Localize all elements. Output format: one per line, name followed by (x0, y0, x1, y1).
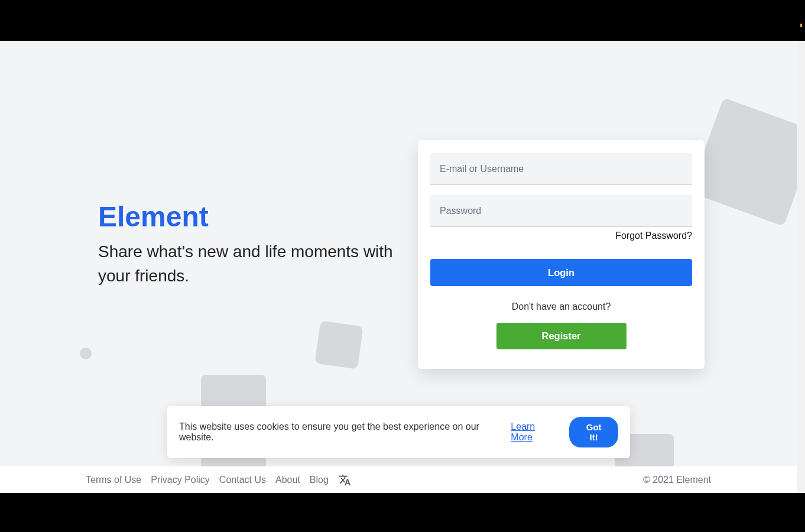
email-username-input[interactable] (430, 153, 692, 185)
footer-link-terms[interactable]: Terms of Use (86, 475, 141, 485)
deco-square (689, 98, 797, 226)
login-card: Forgot Password? Login Don't have an acc… (418, 140, 705, 369)
password-input[interactable] (430, 195, 692, 227)
brand-subtitle: Share what's new and life moments with y… (98, 240, 394, 288)
language-icon[interactable] (338, 473, 351, 486)
login-button[interactable]: Login (430, 259, 692, 286)
deco-square (314, 320, 363, 369)
letterbox-top (0, 0, 805, 41)
scrollbar-track[interactable] (797, 41, 805, 493)
brand-title: Element (98, 200, 394, 233)
footer: Terms of Use Privacy Policy Contact Us A… (0, 466, 797, 493)
forgot-password-link[interactable]: Forgot Password? (615, 231, 692, 241)
footer-link-privacy[interactable]: Privacy Policy (151, 475, 210, 485)
copyright-text: © 2021 Element (643, 475, 711, 485)
cookie-text: This website uses cookies to ensure you … (179, 421, 505, 443)
cookie-accept-button[interactable]: Got It! (569, 417, 618, 447)
no-account-text: Don't have an account? (430, 301, 692, 312)
footer-link-about[interactable]: About (275, 475, 300, 485)
forgot-row: Forgot Password? (430, 231, 692, 241)
deco-circle (80, 348, 92, 359)
footer-links: Terms of Use Privacy Policy Contact Us A… (86, 473, 351, 486)
footer-link-contact[interactable]: Contact Us (219, 475, 266, 485)
scroll-marker (800, 24, 802, 27)
letterbox-bottom (0, 493, 805, 532)
hero: Element Share what's new and life moment… (98, 200, 394, 288)
register-button[interactable]: Register (496, 323, 627, 349)
cookie-learn-more-link[interactable]: Learn More (511, 421, 557, 443)
footer-link-blog[interactable]: Blog (310, 475, 329, 485)
page-container: Element Share what's new and life moment… (0, 41, 797, 493)
cookie-banner: This website uses cookies to ensure you … (167, 406, 630, 458)
